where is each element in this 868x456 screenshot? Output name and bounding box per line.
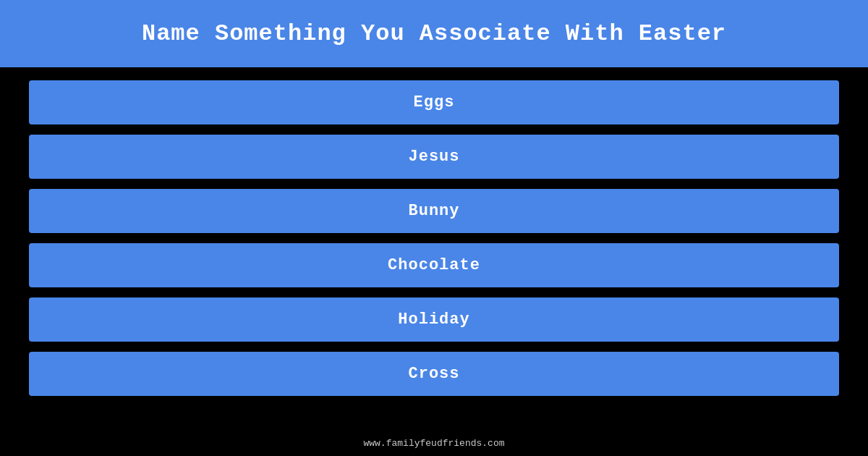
answer-label-6: Cross <box>408 365 459 383</box>
answer-button-4[interactable]: Chocolate <box>29 243 839 287</box>
footer-url: www.familyfeudfriends.com <box>363 438 504 449</box>
answer-button-1[interactable]: Eggs <box>29 80 839 124</box>
answer-label-2: Jesus <box>408 148 459 166</box>
footer: www.familyfeudfriends.com <box>0 438 868 449</box>
answer-label-5: Holiday <box>398 311 469 329</box>
answer-button-2[interactable]: Jesus <box>29 135 839 179</box>
answers-list: EggsJesusBunnyChocolateHolidayCross <box>0 67 868 403</box>
answer-button-6[interactable]: Cross <box>29 352 839 396</box>
answer-button-3[interactable]: Bunny <box>29 189 839 233</box>
answer-label-1: Eggs <box>414 93 455 111</box>
answer-button-5[interactable]: Holiday <box>29 297 839 342</box>
answer-label-3: Bunny <box>408 202 459 220</box>
header: Name Something You Associate With Easter <box>0 0 868 67</box>
answer-label-4: Chocolate <box>388 256 480 274</box>
page-title: Name Something You Associate With Easter <box>14 20 854 47</box>
